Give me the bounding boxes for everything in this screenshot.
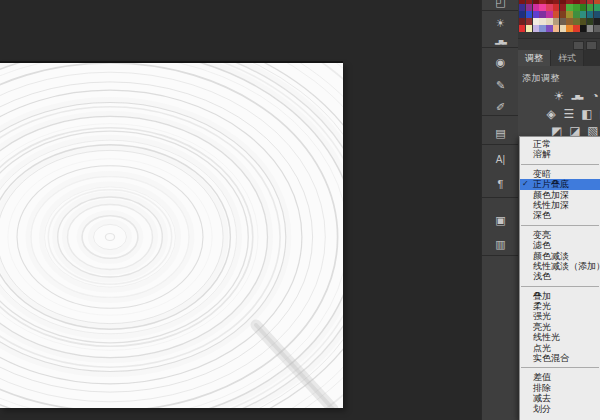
color-swatch[interactable]	[519, 25, 525, 32]
brightness-contrast-icon[interactable]: ☀	[552, 89, 566, 103]
animation-panel-icon[interactable]: ▣	[482, 210, 518, 230]
menu-item-label: 线性减淡（添加）	[533, 261, 600, 271]
color-swatch[interactable]	[566, 18, 572, 25]
menu-item[interactable]: 滤色	[520, 240, 600, 250]
menu-item[interactable]: 变暗	[520, 169, 600, 179]
tool-presets-panel-icon[interactable]: ✐	[482, 97, 518, 117]
menu-item[interactable]: 实色混合	[520, 353, 600, 363]
menu-item[interactable]: 线性加深	[520, 200, 600, 210]
color-swatch[interactable]	[560, 4, 566, 11]
color-swatch[interactable]	[580, 4, 586, 11]
menu-item[interactable]: 柔光	[520, 301, 600, 311]
layer-comps-panel-icon[interactable]: ▤	[482, 123, 518, 143]
character-panel-icon[interactable]: A|	[482, 150, 518, 170]
color-swatch[interactable]	[566, 25, 572, 32]
tab-adjustments[interactable]: 调整	[518, 50, 551, 66]
paragraph-panel-icon[interactable]: ¶	[482, 174, 518, 194]
color-swatch[interactable]	[539, 4, 545, 11]
menu-separator	[521, 286, 599, 287]
color-swatch[interactable]	[594, 18, 600, 25]
menu-item-label: 减去	[533, 393, 551, 403]
color-swatch[interactable]	[533, 4, 539, 11]
color-swatch[interactable]	[560, 18, 566, 25]
color-swatch[interactable]	[553, 25, 559, 32]
clone-source-panel-icon[interactable]: ◉	[482, 52, 518, 72]
color-swatch[interactable]	[526, 18, 532, 25]
color-swatch[interactable]	[519, 4, 525, 11]
color-swatch[interactable]	[519, 18, 525, 25]
collapsed-panel-icon[interactable]: ◰	[482, 0, 518, 12]
color-swatch[interactable]	[560, 25, 566, 32]
menu-item[interactable]: 减去	[520, 393, 600, 403]
menu-item[interactable]: 溶解	[520, 149, 600, 159]
color-swatch[interactable]	[546, 4, 552, 11]
menu-item[interactable]: 亮光	[520, 322, 600, 332]
color-swatch[interactable]	[546, 11, 552, 18]
color-swatch[interactable]	[573, 4, 579, 11]
color-swatch[interactable]	[566, 11, 572, 18]
color-swatch[interactable]	[594, 25, 600, 32]
color-swatch[interactable]	[587, 25, 593, 32]
gradient-map-icon[interactable]: ▧	[586, 124, 600, 136]
color-balance-icon[interactable]: ☰	[562, 107, 576, 121]
levels-icon[interactable]: ▂▅▃	[570, 92, 584, 99]
menu-item[interactable]: 线性光	[520, 332, 600, 342]
menu-item[interactable]: 浅色	[520, 271, 600, 281]
color-swatch[interactable]	[587, 11, 593, 18]
color-swatch[interactable]	[573, 25, 579, 32]
menu-item[interactable]: 强光	[520, 311, 600, 321]
document-canvas[interactable]	[0, 63, 343, 408]
color-swatch[interactable]	[594, 4, 600, 11]
color-swatch[interactable]	[566, 4, 572, 11]
color-swatch[interactable]	[526, 4, 532, 11]
color-swatch[interactable]	[526, 25, 532, 32]
menu-item[interactable]: 变亮	[520, 230, 600, 240]
color-swatch[interactable]	[553, 4, 559, 11]
color-swatch[interactable]	[580, 25, 586, 32]
color-swatch[interactable]	[546, 18, 552, 25]
menu-item[interactable]: 排除	[520, 383, 600, 393]
menu-item[interactable]: 颜色加深	[520, 190, 600, 200]
brush-panel-icon[interactable]: ✎	[482, 75, 518, 95]
color-swatch[interactable]	[539, 11, 545, 18]
menu-item[interactable]: ✓正片叠底	[520, 179, 600, 189]
color-swatch[interactable]	[546, 25, 552, 32]
tab-styles[interactable]: 样式	[551, 50, 584, 66]
vibrance-icon[interactable]: ◈	[544, 107, 558, 121]
adjustments-panel-icon[interactable]: ☀	[482, 13, 518, 33]
color-swatch[interactable]	[533, 25, 539, 32]
color-swatch[interactable]	[587, 18, 593, 25]
color-swatch[interactable]	[587, 4, 593, 11]
invert-icon[interactable]: ◩	[550, 124, 564, 136]
color-swatch[interactable]	[533, 18, 539, 25]
color-swatch[interactable]	[594, 11, 600, 18]
menu-item[interactable]: 点光	[520, 343, 600, 353]
menu-item[interactable]: 叠加	[520, 291, 600, 301]
menu-item[interactable]: 线性减淡（添加）	[520, 261, 600, 271]
menu-item[interactable]: 颜色减淡	[520, 251, 600, 261]
menu-item[interactable]: 深色	[520, 210, 600, 220]
black-white-icon[interactable]: ◧	[580, 107, 594, 121]
menu-item[interactable]: 差值	[520, 372, 600, 382]
histogram-panel-icon[interactable]: ▂▅▃	[482, 31, 518, 51]
color-swatch[interactable]	[539, 25, 545, 32]
color-swatch[interactable]	[539, 18, 545, 25]
curves-icon[interactable]: ◔	[588, 89, 600, 103]
color-swatch[interactable]	[580, 11, 586, 18]
menu-item[interactable]: 正常	[520, 139, 600, 149]
color-swatch[interactable]	[573, 11, 579, 18]
posterize-icon[interactable]: ◪	[568, 124, 582, 136]
color-swatch[interactable]	[519, 11, 525, 18]
color-swatch[interactable]	[533, 11, 539, 18]
new-swatch-button[interactable]	[573, 41, 584, 50]
delete-swatch-button[interactable]	[586, 41, 597, 50]
color-swatch[interactable]	[560, 11, 566, 18]
color-swatch[interactable]	[573, 18, 579, 25]
color-swatch[interactable]	[553, 11, 559, 18]
menu-item[interactable]: 划分	[520, 404, 600, 414]
adjustments-panel: 添加调整 ☀▂▅▃◔▦◈☰◧▨◩◪▧	[518, 66, 600, 136]
color-swatch[interactable]	[553, 18, 559, 25]
notes-panel-icon[interactable]: ▥	[482, 234, 518, 254]
color-swatch[interactable]	[580, 18, 586, 25]
color-swatch[interactable]	[526, 11, 532, 18]
